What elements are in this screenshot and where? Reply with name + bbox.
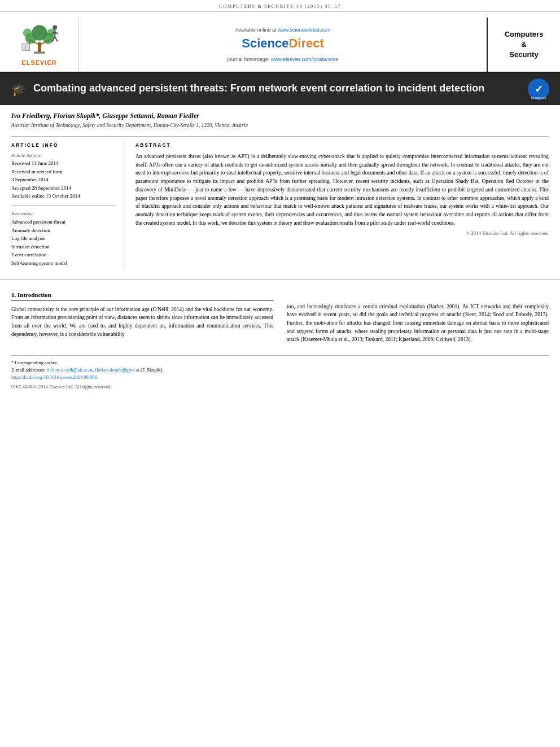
- journal-homepage-link[interactable]: www.elsevier.com/locate/cose: [271, 56, 339, 62]
- main-content-section: 1. Introduction Global connectivity is t…: [0, 279, 560, 350]
- sciencedirect-brand: ScienceDirect: [242, 36, 324, 51]
- svg-point-9: [53, 25, 57, 30]
- elsevier-logo: ELSEVIER: [17, 18, 62, 66]
- abstract-text: An advanced persistent threat (also know…: [135, 152, 549, 227]
- graduation-cap-icon: 🎓: [11, 82, 27, 97]
- issn-copyright: 0167-4048/© 2014 Elsevier Ltd. All right…: [11, 384, 112, 390]
- footnote-section: * Corresponding author. E-mail addresses…: [11, 355, 549, 381]
- copyright-line: © 2014 Elsevier Ltd. All rights reserved…: [135, 230, 549, 236]
- keyword-5: Event correlation: [11, 251, 116, 259]
- received-revised-date: 3 September 2014: [11, 176, 116, 184]
- keyword-4: Intrusion detection: [11, 243, 116, 251]
- journal-citation-text: COMPUTERS & SECURITY 48 (2015) 35–57: [219, 3, 341, 9]
- introduction-right-text: too, and increasingly motivates a certai…: [287, 303, 549, 344]
- svg-rect-1: [38, 42, 41, 53]
- keywords-label: Keywords:: [11, 211, 116, 216]
- abstract-header: ABSTRACT: [135, 142, 549, 148]
- two-col-body: 1. Introduction Global connectivity is t…: [11, 291, 549, 344]
- direct-text: Direct: [288, 36, 323, 50]
- crossmark-icon: ✓ CrossMark: [527, 78, 550, 101]
- doi-link[interactable]: http://dx.doi.org/10.1016/j.cose.2014.09…: [11, 374, 97, 380]
- affiliation-line: Austrian Institute of Technology, Safety…: [11, 123, 549, 128]
- keyword-2: Anomaly detection: [11, 227, 116, 234]
- article-info-column: ARTICLE INFO Article history: Received 1…: [11, 142, 124, 268]
- body-left-col: 1. Introduction Global connectivity is t…: [11, 291, 273, 344]
- history-label: Article history:: [11, 152, 116, 158]
- email-link-1[interactable]: florian.skopik@ait.ac.at: [46, 367, 93, 373]
- elsevier-tree-icon: [17, 18, 62, 57]
- info-divider: [11, 206, 116, 206]
- svg-line-14: [55, 37, 58, 42]
- keyword-3: Log file analysis: [11, 235, 116, 242]
- svg-text:CrossMark: CrossMark: [531, 96, 546, 99]
- article-info-abstract-section: ARTICLE INFO Article history: Received 1…: [0, 137, 560, 274]
- available-online: Available online 13 October 2014: [11, 193, 116, 200]
- svg-text:✓: ✓: [535, 84, 543, 95]
- sciencedirect-section: Available online at www.sciencedirect.co…: [79, 18, 487, 72]
- keywords-section: Keywords: Advanced persistent threat Ano…: [11, 211, 116, 267]
- science-text: Science: [242, 36, 288, 50]
- authors-section: Ivo Friedberg, Florian Skopik*, Giuseppe…: [0, 105, 560, 136]
- keyword-1: Advanced persistent threat: [11, 219, 116, 226]
- article-info-header: ARTICLE INFO: [11, 142, 116, 148]
- journal-homepage-line: journal homepage: www.elsevier.com/locat…: [228, 56, 339, 62]
- abstract-column: ABSTRACT An advanced persistent threat (…: [135, 142, 549, 268]
- article-title-section: 🎓 Combating advanced persistent threats:…: [0, 73, 560, 105]
- journal-name-section: Computers & Security: [487, 18, 560, 72]
- corresponding-author-note: * Corresponding author. E-mail addresses…: [11, 359, 549, 381]
- introduction-left-text: Global connectivity is the core principl…: [11, 305, 273, 339]
- email-link-2[interactable]: florian.skopik@gmx.at: [95, 367, 139, 373]
- elsevier-logo-section: ELSEVIER: [0, 18, 79, 72]
- journal-name: Computers & Security: [505, 29, 544, 60]
- email-note: E-mail addresses: florian.skopik@ait.ac.…: [11, 366, 549, 374]
- doi-line: http://dx.doi.org/10.1016/j.cose.2014.09…: [11, 374, 549, 381]
- journal-header: ELSEVIER Available online at www.science…: [0, 12, 560, 73]
- accepted: Accepted 28 September 2014: [11, 185, 116, 192]
- received-1: Received 11 June 2014: [11, 160, 116, 167]
- keyword-6: Self-learning system model: [11, 260, 116, 267]
- introduction-title: 1. Introduction: [11, 291, 273, 301]
- elsevier-brand-text: ELSEVIER: [21, 59, 56, 66]
- available-online-text: Available online at www.sciencedirect.co…: [235, 27, 331, 33]
- journal-citation-bar: COMPUTERS & SECURITY 48 (2015) 35–57: [0, 0, 560, 12]
- bottom-bar: 0167-4048/© 2014 Elsevier Ltd. All right…: [0, 381, 560, 393]
- svg-point-7: [23, 28, 32, 37]
- received-revised: Received in revised form: [11, 168, 116, 176]
- article-history: Article history: Received 11 June 2014 R…: [11, 152, 116, 200]
- authors-names: Ivo Friedberg, Florian Skopik*, Giuseppe…: [11, 112, 199, 120]
- article-title-inner: 🎓 Combating advanced persistent threats:…: [11, 81, 484, 97]
- body-right-col: too, and increasingly motivates a certai…: [287, 291, 549, 344]
- article-title: Combating advanced persistent threats: F…: [33, 81, 484, 95]
- authors-line: Ivo Friedberg, Florian Skopik*, Giuseppe…: [11, 112, 549, 120]
- sciencedirect-url-link[interactable]: www.sciencedirect.com: [278, 27, 331, 33]
